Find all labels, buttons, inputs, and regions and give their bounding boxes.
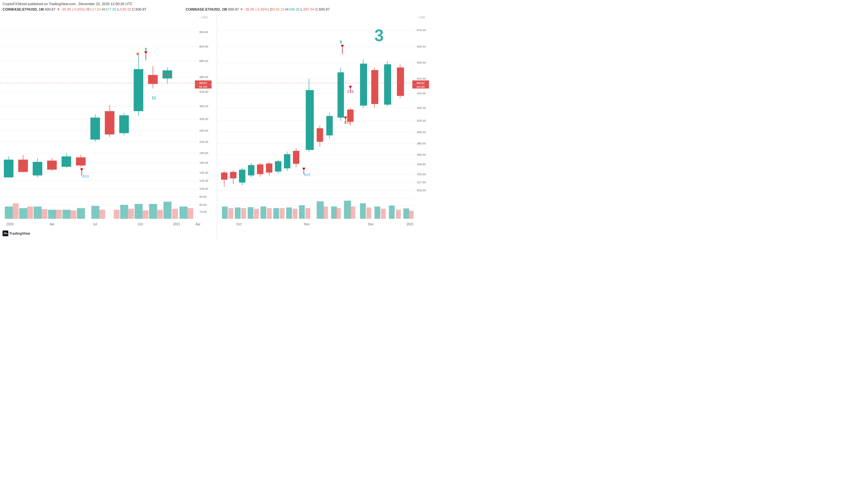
svg-text:109.00: 109.00 (199, 187, 208, 190)
svg-text:11: 11 (152, 96, 156, 100)
svg-rect-59 (119, 115, 129, 133)
svg-rect-49 (47, 161, 57, 170)
svg-text:145.00: 145.00 (199, 171, 208, 174)
left-change: ▼ -35.95 (-5.65%) (57, 7, 85, 11)
svg-rect-129 (286, 207, 292, 219)
svg-text:Dec: Dec (368, 223, 374, 226)
svg-rect-187 (397, 67, 404, 96)
svg-rect-147 (350, 206, 355, 219)
svg-text:A13: A13 (83, 174, 89, 178)
svg-text:2021: 2021 (173, 223, 181, 226)
svg-rect-125 (235, 207, 241, 219)
svg-rect-40 (172, 209, 178, 219)
svg-text:600.87: 600.87 (199, 82, 207, 84)
svg-rect-127 (260, 206, 266, 219)
svg-text:125.00: 125.00 (199, 179, 208, 182)
svg-text:425.00: 425.00 (199, 90, 208, 93)
svg-rect-181 (360, 63, 367, 106)
svg-text:2020: 2020 (6, 223, 14, 226)
svg-rect-38 (143, 210, 149, 219)
svg-rect-37 (128, 209, 134, 219)
svg-rect-161 (257, 164, 264, 174)
svg-rect-25 (120, 205, 128, 219)
svg-text:Apr: Apr (50, 223, 55, 226)
svg-text:Oct: Oct (138, 223, 143, 226)
left-price: 600.87 (44, 7, 56, 11)
svg-text:475.00: 475.00 (417, 92, 425, 95)
svg-rect-151 (409, 210, 413, 219)
left-low: 530.32 (120, 7, 131, 11)
svg-text:800.00: 800.00 (199, 45, 208, 48)
svg-text:680.00: 680.00 (199, 59, 208, 63)
tv-logo: TradingView (3, 230, 30, 236)
svg-rect-41 (188, 208, 193, 219)
tv-label: TradingView (9, 231, 30, 235)
svg-text:600.87: 600.87 (417, 82, 425, 84)
svg-text:333.00: 333.00 (417, 173, 425, 176)
svg-text:3: 3 (374, 26, 384, 44)
svg-rect-128 (273, 208, 279, 219)
svg-rect-148 (366, 207, 371, 219)
svg-rect-47 (33, 162, 42, 175)
svg-text:73.00: 73.00 (199, 210, 207, 213)
svg-rect-130 (299, 205, 305, 219)
svg-text:9: 9 (339, 40, 342, 44)
right-chart-info: COINBASE:ETHUSD, 1W 600.87 ▼ -35.95 (-5.… (185, 7, 330, 11)
svg-text:165.00: 165.00 (199, 161, 208, 164)
svg-rect-29 (180, 206, 188, 219)
svg-rect-43 (4, 160, 13, 177)
svg-rect-124 (222, 206, 228, 219)
svg-rect-51 (62, 156, 71, 167)
header: CryptoFXStreet published on TradingView.… (0, 0, 434, 12)
svg-text:317.00: 317.00 (417, 181, 425, 184)
left-close: 600.87 (136, 7, 147, 11)
right-high: 648.35 (289, 7, 300, 11)
left-open: 617.00 (90, 7, 101, 11)
svg-rect-33 (56, 210, 62, 219)
right-price: 600.87 (228, 7, 239, 11)
svg-rect-144 (305, 208, 310, 219)
svg-text:305.00: 305.00 (199, 117, 208, 121)
svg-text:405.00: 405.00 (417, 131, 425, 134)
right-open: 638.19 (274, 7, 284, 11)
svg-text:365.00: 365.00 (199, 105, 208, 108)
svg-rect-165 (275, 161, 281, 171)
svg-rect-159 (248, 165, 254, 175)
svg-rect-138 (228, 208, 233, 219)
right-low: 587.54 (304, 7, 314, 11)
svg-text:485.00: 485.00 (199, 76, 208, 79)
svg-rect-36 (114, 210, 120, 219)
left-pair: COINBASE:ETHUSD, 1M (3, 7, 43, 11)
svg-text:9: 9 (145, 47, 147, 52)
svg-rect-31 (27, 206, 33, 219)
svg-rect-145 (323, 206, 328, 219)
svg-rect-21 (48, 210, 56, 219)
svg-rect-155 (230, 172, 237, 178)
svg-rect-134 (360, 203, 366, 219)
right-pair: COINBASE:ETHUSD, 1W (185, 7, 227, 11)
svg-text:↑ USD: ↑ USD (417, 16, 425, 19)
publish-date: December 23, 2020 12:00:26 UTC (79, 2, 132, 6)
left-chart-info: COINBASE:ETHUSD, 1M 600.87 ▼ -35.95 (-5.… (3, 7, 147, 11)
svg-rect-143 (292, 209, 297, 219)
svg-text:303.00: 303.00 (417, 189, 425, 192)
platform: TradingView.com (49, 2, 76, 6)
svg-rect-27 (149, 204, 157, 219)
svg-rect-139 (241, 208, 246, 219)
right-chart-svg: 9 3 C13 S13 A13 675.00 635.00 555.00 515… (217, 12, 434, 239)
left-chart-panel: 9 11 A13 950.00 800.00 680.00 485.00 425… (0, 12, 217, 239)
svg-rect-146 (336, 208, 341, 219)
svg-rect-19 (19, 208, 27, 219)
svg-rect-137 (403, 208, 409, 219)
svg-text:675.00: 675.00 (417, 29, 425, 32)
svg-rect-28 (163, 202, 172, 219)
svg-text:S13: S13 (344, 121, 350, 124)
svg-rect-26 (135, 204, 143, 219)
svg-rect-136 (389, 205, 395, 219)
svg-rect-183 (371, 70, 378, 104)
svg-text:83.00: 83.00 (199, 203, 207, 206)
svg-rect-141 (267, 208, 272, 219)
left-chart-svg: 9 11 A13 950.00 800.00 680.00 485.00 425… (0, 12, 217, 239)
svg-text:Nov: Nov (304, 223, 310, 226)
svg-rect-142 (280, 208, 284, 219)
